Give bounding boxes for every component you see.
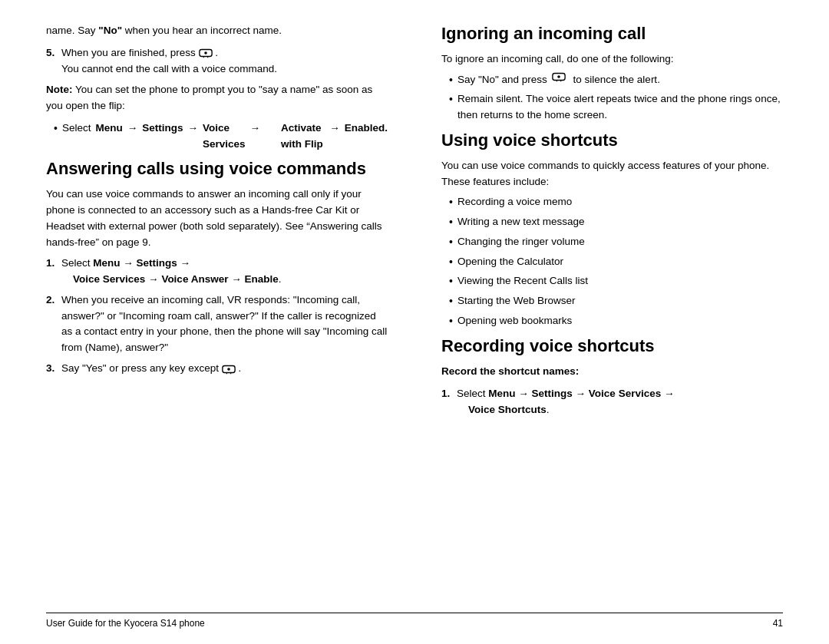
right-column: Ignoring an incoming call To ignore an i… — [434, 23, 783, 605]
shortcut-bullet-4: Opening the Calculator — [441, 254, 783, 271]
shortcut-bullet-7-text: Opening web bookmarks — [457, 313, 572, 329]
step5-item: 5. When you are finished, press . — [46, 45, 388, 78]
ignoring-section: Ignoring an incoming call To ignore an i… — [441, 23, 783, 124]
ignoring-bullet2: Remain silent. The voice alert repeats t… — [441, 91, 783, 124]
voice-shortcuts-section: Using voice shortcuts You can use voice … — [441, 130, 783, 329]
answering-step3: 3. Say "Yes" or press any key except — [46, 361, 388, 377]
recording-step1-content: Select Menu → Settings → Voice Services … — [457, 386, 783, 418]
continuation-text: name. Say "No" when you hear an incorrec… — [46, 23, 388, 39]
shortcut-bullet-7: Opening web bookmarks — [441, 313, 783, 330]
svg-point-11 — [557, 75, 560, 78]
step5-list: 5. When you are finished, press . — [46, 45, 388, 78]
recording-steps: 1. Select Menu → Settings → Voice Servic… — [441, 386, 783, 418]
answering-steps: 1. Select Menu → Settings → Voice Servic… — [46, 256, 388, 377]
shortcut-bullet-3: Changing the ringer volume — [441, 234, 783, 251]
answering-title: Answering calls using voice commands — [46, 158, 388, 180]
shortcut-bullet-3-text: Changing the ringer volume — [457, 234, 585, 250]
answering-step1: 1. Select Menu → Settings → Voice Servic… — [46, 256, 388, 288]
shortcut-bullet-1: Recording a voice memo — [441, 194, 783, 211]
step1-content: Select Menu → Settings → Voice Services … — [61, 256, 388, 288]
svg-point-3 — [204, 52, 207, 55]
ignoring-title: Ignoring an incoming call — [441, 23, 783, 45]
end-call-icon — [199, 48, 213, 57]
end-call-icon-2 — [222, 364, 236, 373]
shortcut-bullet-6: Starting the Web Browser — [441, 293, 783, 310]
record-label-bold: Record the shortcut names: — [441, 365, 579, 377]
record-subsection-label: Record the shortcut names: — [441, 364, 783, 380]
silence-icon — [552, 71, 566, 81]
step2-num: 2. — [46, 292, 58, 309]
voice-shortcuts-intro: You can use voice commands to quickly ac… — [441, 158, 783, 190]
ignoring-bullet1: Say "No" and press to silence the alert. — [441, 72, 783, 89]
recording-shortcuts-title: Recording voice shortcuts — [441, 335, 783, 358]
shortcut-bullet-4-text: Opening the Calculator — [457, 254, 563, 270]
shortcut-bullet-1-text: Recording a voice memo — [457, 194, 572, 210]
recording-shortcuts-section: Recording voice shortcuts Record the sho… — [441, 335, 783, 418]
footer-page-number: 41 — [773, 618, 783, 629]
note-bullet-item: Select Menu → Settings → Voice Services … — [46, 121, 388, 153]
ignoring-bullets: Say "No" and press to silence the alert. — [441, 72, 783, 124]
page: name. Say "No" when you hear an incorrec… — [0, 0, 829, 644]
note-text-content: You can set the phone to prompt you to "… — [46, 84, 372, 111]
recording-step1: 1. Select Menu → Settings → Voice Servic… — [441, 386, 783, 418]
left-column: name. Say "No" when you hear an incorrec… — [46, 23, 403, 605]
note-bullet-list: Select Menu → Settings → Voice Services … — [46, 121, 388, 153]
answering-step2: 2. When you receive an incoming call, VR… — [46, 292, 388, 357]
note-paragraph: Note: You can set the phone to prompt yo… — [46, 82, 388, 114]
voice-shortcuts-title: Using voice shortcuts — [441, 130, 783, 152]
ignoring-intro: To ignore an incoming call, do one of th… — [441, 51, 783, 68]
page-footer: User Guide for the Kyocera S14 phone 41 — [46, 613, 783, 629]
answering-body: You can use voice commands to answer an … — [46, 187, 388, 251]
shortcut-bullet-2: Writing a new text message — [441, 214, 783, 231]
step2-content: When you receive an incoming call, VR re… — [61, 292, 388, 357]
recording-step1-num: 1. — [441, 386, 454, 402]
answering-section: Answering calls using voice commands You… — [46, 158, 388, 377]
step3-num: 3. — [46, 361, 58, 377]
shortcut-bullet-2-text: Writing a new text message — [457, 214, 585, 230]
footer-label: User Guide for the Kyocera S14 phone — [46, 618, 205, 629]
svg-point-7 — [227, 368, 230, 371]
step1-num: 1. — [46, 256, 58, 272]
step5-num: 5. — [46, 45, 58, 61]
step3-content: Say "Yes" or press any key except . — [61, 361, 388, 377]
shortcut-bullet-6-text: Starting the Web Browser — [457, 293, 576, 309]
shortcut-bullet-5-text: Viewing the Recent Calls list — [457, 273, 588, 289]
shortcut-bullet-5: Viewing the Recent Calls list — [441, 273, 783, 290]
step5-content: When you are finished, press . You canno… — [61, 45, 388, 78]
note-label: Note: — [46, 84, 73, 95]
voice-shortcuts-bullets: Recording a voice memo Writing a new tex… — [441, 194, 783, 329]
step5-text2: You cannot end the call with a voice com… — [61, 63, 277, 74]
content-area: name. Say "No" when you hear an incorrec… — [46, 23, 783, 605]
